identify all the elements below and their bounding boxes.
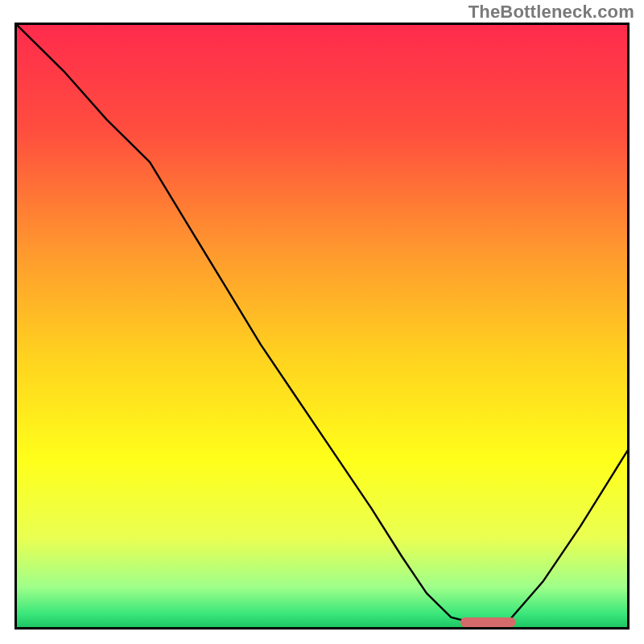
- chart-svg: [14, 23, 630, 630]
- plot-area: [14, 23, 630, 630]
- gradient-background: [14, 23, 630, 630]
- optimal-marker: [460, 617, 516, 627]
- watermark-text: TheBottleneck.com: [469, 2, 634, 23]
- chart-container: TheBottleneck.com: [0, 0, 644, 644]
